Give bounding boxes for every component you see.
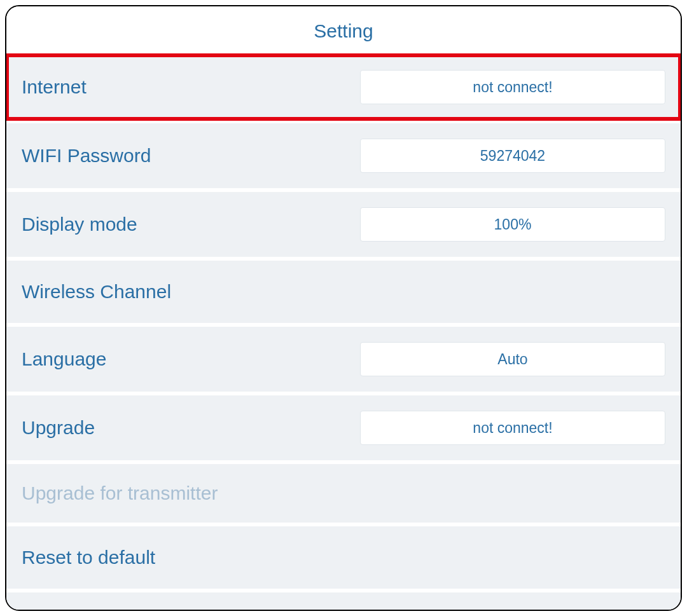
- value-display-mode[interactable]: 100%: [360, 207, 665, 242]
- label-language: Language: [22, 348, 106, 370]
- label-reset-default: Reset to default: [22, 547, 155, 568]
- row-upgrade[interactable]: Upgrade not connect!: [6, 395, 681, 460]
- label-wireless-channel: Wireless Channel: [22, 281, 171, 303]
- row-reboot[interactable]: Reboot: [6, 592, 681, 611]
- row-upgrade-transmitter: Upgrade for transmitter: [6, 464, 681, 523]
- label-wifi-password: WIFI Password: [22, 145, 151, 167]
- row-reset-default[interactable]: Reset to default: [6, 526, 681, 589]
- value-internet[interactable]: not connect!: [360, 70, 665, 104]
- value-language[interactable]: Auto: [360, 342, 665, 376]
- label-display-mode: Display mode: [22, 214, 137, 235]
- value-wifi-password[interactable]: 59274042: [360, 139, 665, 173]
- settings-panel: Setting Internet not connect! WIFI Passw…: [5, 5, 682, 611]
- panel-title: Setting: [6, 6, 681, 55]
- row-display-mode[interactable]: Display mode 100%: [6, 192, 681, 257]
- row-internet[interactable]: Internet not connect!: [6, 55, 681, 120]
- label-upgrade: Upgrade: [22, 417, 95, 439]
- label-internet: Internet: [22, 76, 87, 98]
- settings-rows: Internet not connect! WIFI Password 5927…: [6, 55, 681, 611]
- value-upgrade[interactable]: not connect!: [360, 411, 665, 445]
- row-wifi-password[interactable]: WIFI Password 59274042: [6, 123, 681, 188]
- label-upgrade-transmitter: Upgrade for transmitter: [22, 483, 218, 504]
- row-wireless-channel[interactable]: Wireless Channel: [6, 261, 681, 323]
- row-language[interactable]: Language Auto: [6, 327, 681, 392]
